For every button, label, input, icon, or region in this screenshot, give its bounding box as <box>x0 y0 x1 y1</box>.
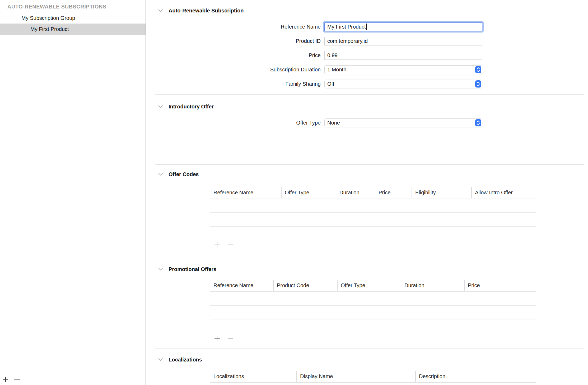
column-header: Localizations <box>210 371 296 382</box>
plus-icon <box>214 336 220 343</box>
promotional-offers-actions <box>214 336 234 342</box>
plus-icon <box>214 242 220 249</box>
chevron-down-icon[interactable] <box>158 268 163 271</box>
offer-type-value: None <box>327 120 340 126</box>
empty-table-row <box>210 199 536 213</box>
sidebar-item-label: My Subscription Group <box>21 15 75 21</box>
product-id-field[interactable]: com.temporary.id <box>324 37 482 45</box>
offer-type-popup[interactable]: None <box>324 118 482 127</box>
column-header: Eligibility <box>412 187 471 198</box>
sidebar: AUTO-RENEWABLE SUBSCRIPTIONS My Subscrip… <box>0 0 146 385</box>
sidebar-group-header: AUTO-RENEWABLE SUBSCRIPTIONS <box>0 4 146 10</box>
sidebar-item-subscription-group[interactable]: My Subscription Group <box>0 12 146 24</box>
remove-offer-code-button[interactable] <box>227 242 234 249</box>
column-header: Allow Intro Offer <box>471 187 536 198</box>
subscription-duration-value: 1 Month <box>327 67 346 73</box>
section-divider <box>155 94 584 95</box>
price-label: Price <box>146 52 321 58</box>
localizations-table-header: Localizations Display Name Description <box>210 370 536 383</box>
section-divider <box>155 164 584 165</box>
popup-stepper-icon <box>475 119 481 126</box>
section-header-subscription: Auto-Renewable Subscription <box>158 7 244 14</box>
chevron-down-icon[interactable] <box>158 9 163 12</box>
column-header: Product Code <box>273 280 337 291</box>
storekit-configuration-editor: AUTO-RENEWABLE SUBSCRIPTIONS My Subscrip… <box>0 0 588 385</box>
field-row: Subscription Duration 1 Month <box>146 62 588 77</box>
chevron-down-icon[interactable] <box>158 358 163 361</box>
field-row: Family Sharing Off <box>146 77 588 91</box>
column-header: Reference Name <box>210 187 281 198</box>
minus-icon <box>14 377 21 384</box>
product-id-label: Product ID <box>146 38 321 44</box>
sidebar-item-my-first-product[interactable]: My First Product <box>0 24 146 35</box>
section-divider <box>155 257 584 257</box>
field-row: Reference Name My First Product <box>146 20 588 34</box>
add-promotional-offer-button[interactable] <box>214 336 220 342</box>
add-offer-code-button[interactable] <box>214 242 220 249</box>
remove-promotional-offer-button[interactable] <box>227 336 234 342</box>
section-title: Auto-Renewable Subscription <box>169 8 244 14</box>
offer-codes-actions <box>214 242 234 249</box>
plus-icon <box>2 377 9 384</box>
remove-product-button[interactable] <box>14 377 20 383</box>
empty-table-row <box>210 292 536 306</box>
offer-codes-table-header: Reference Name Offer Type Duration Price… <box>210 186 536 199</box>
column-header: Offer Type <box>281 187 336 198</box>
introductory-offer-fields: Offer Type None <box>146 116 588 130</box>
offer-type-label: Offer Type <box>146 120 321 126</box>
column-header: Display Name <box>296 371 415 382</box>
section-title: Localizations <box>169 357 202 363</box>
reference-name-field[interactable]: My First Product <box>324 22 482 31</box>
subscription-duration-popup[interactable]: 1 Month <box>324 65 482 74</box>
chevron-down-icon[interactable] <box>158 105 163 108</box>
column-header: Duration <box>401 280 464 291</box>
section-title: Promotional Offers <box>169 266 216 272</box>
family-sharing-value: Off <box>327 81 334 87</box>
family-sharing-popup[interactable]: Off <box>324 80 482 88</box>
section-title: Introductory Offer <box>169 104 214 110</box>
reference-name-label: Reference Name <box>146 24 321 30</box>
promotional-offers-table-header: Reference Name Product Code Offer Type D… <box>210 279 536 292</box>
sidebar-item-label: My First Product <box>30 26 69 32</box>
section-header-introductory-offer: Introductory Offer <box>158 103 214 110</box>
minus-icon <box>227 336 233 343</box>
localizations-table: Localizations Display Name Description <box>210 370 536 385</box>
section-header-offer-codes: Offer Codes <box>158 171 199 178</box>
column-header: Description <box>415 371 536 382</box>
price-value: 0.99 <box>327 52 338 58</box>
empty-table-row <box>210 383 536 385</box>
offer-codes-table: Reference Name Offer Type Duration Price… <box>210 186 536 227</box>
section-divider <box>155 348 584 349</box>
add-product-button[interactable] <box>2 377 9 383</box>
section-header-localizations: Localizations <box>158 356 202 363</box>
promotional-offers-table: Reference Name Product Code Offer Type D… <box>210 279 536 319</box>
family-sharing-label: Family Sharing <box>146 81 321 87</box>
field-row: Offer Type None <box>146 116 588 130</box>
chevron-down-icon[interactable] <box>158 173 163 176</box>
minus-icon <box>227 242 233 249</box>
empty-table-row <box>210 213 536 227</box>
section-header-promotional-offers: Promotional Offers <box>158 265 216 273</box>
field-row: Price 0.99 <box>146 48 588 62</box>
popup-stepper-icon <box>475 80 481 88</box>
popup-stepper-icon <box>475 66 481 73</box>
reference-name-value: My First Product <box>327 24 366 30</box>
empty-table-row <box>210 306 536 319</box>
column-header: Offer Type <box>337 280 401 291</box>
product-detail-pane: Auto-Renewable Subscription Reference Na… <box>146 0 588 385</box>
section-title: Offer Codes <box>169 171 199 177</box>
text-caret <box>366 24 367 30</box>
sidebar-actions <box>2 377 20 383</box>
column-header: Price <box>375 187 412 198</box>
column-header: Reference Name <box>210 280 273 291</box>
column-header: Price <box>464 280 536 291</box>
product-id-value: com.temporary.id <box>327 38 368 44</box>
subscription-fields: Reference Name My First Product Product … <box>146 20 588 91</box>
subscription-duration-label: Subscription Duration <box>146 67 321 73</box>
price-field[interactable]: 0.99 <box>324 51 482 60</box>
field-row: Product ID com.temporary.id <box>146 34 588 48</box>
column-header: Duration <box>336 187 375 198</box>
